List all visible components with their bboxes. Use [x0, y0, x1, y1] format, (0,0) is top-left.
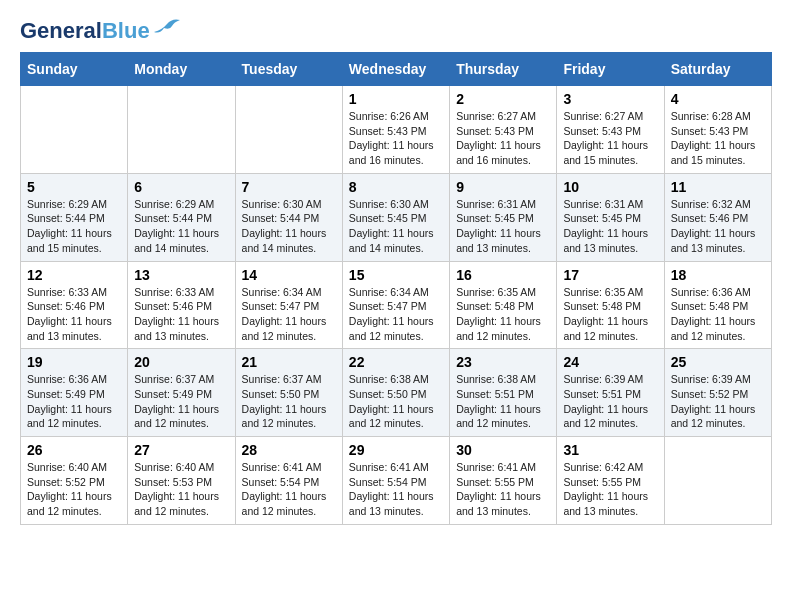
day-info: Sunrise: 6:27 AMSunset: 5:43 PMDaylight:… [456, 110, 541, 166]
calendar-cell: 10Sunrise: 6:31 AMSunset: 5:45 PMDayligh… [557, 173, 664, 261]
day-number: 30 [456, 442, 550, 458]
calendar-cell [128, 86, 235, 174]
day-number: 19 [27, 354, 121, 370]
day-number: 9 [456, 179, 550, 195]
calendar-cell: 16Sunrise: 6:35 AMSunset: 5:48 PMDayligh… [450, 261, 557, 349]
calendar-cell: 21Sunrise: 6:37 AMSunset: 5:50 PMDayligh… [235, 349, 342, 437]
calendar-cell: 14Sunrise: 6:34 AMSunset: 5:47 PMDayligh… [235, 261, 342, 349]
day-info: Sunrise: 6:42 AMSunset: 5:55 PMDaylight:… [563, 461, 648, 517]
day-info: Sunrise: 6:31 AMSunset: 5:45 PMDaylight:… [456, 198, 541, 254]
weekday-header: Monday [128, 53, 235, 86]
day-number: 17 [563, 267, 657, 283]
calendar-cell: 29Sunrise: 6:41 AMSunset: 5:54 PMDayligh… [342, 437, 449, 525]
day-info: Sunrise: 6:41 AMSunset: 5:54 PMDaylight:… [349, 461, 434, 517]
weekday-header-row: SundayMondayTuesdayWednesdayThursdayFrid… [21, 53, 772, 86]
day-number: 24 [563, 354, 657, 370]
day-number: 14 [242, 267, 336, 283]
day-number: 7 [242, 179, 336, 195]
day-number: 1 [349, 91, 443, 107]
day-info: Sunrise: 6:38 AMSunset: 5:50 PMDaylight:… [349, 373, 434, 429]
calendar-row: 12Sunrise: 6:33 AMSunset: 5:46 PMDayligh… [21, 261, 772, 349]
day-info: Sunrise: 6:37 AMSunset: 5:50 PMDaylight:… [242, 373, 327, 429]
day-number: 5 [27, 179, 121, 195]
day-number: 2 [456, 91, 550, 107]
day-info: Sunrise: 6:31 AMSunset: 5:45 PMDaylight:… [563, 198, 648, 254]
day-info: Sunrise: 6:40 AMSunset: 5:52 PMDaylight:… [27, 461, 112, 517]
calendar-cell: 9Sunrise: 6:31 AMSunset: 5:45 PMDaylight… [450, 173, 557, 261]
calendar-cell: 17Sunrise: 6:35 AMSunset: 5:48 PMDayligh… [557, 261, 664, 349]
day-number: 13 [134, 267, 228, 283]
day-number: 18 [671, 267, 765, 283]
calendar-cell: 15Sunrise: 6:34 AMSunset: 5:47 PMDayligh… [342, 261, 449, 349]
weekday-header: Thursday [450, 53, 557, 86]
day-info: Sunrise: 6:28 AMSunset: 5:43 PMDaylight:… [671, 110, 756, 166]
calendar-cell: 22Sunrise: 6:38 AMSunset: 5:50 PMDayligh… [342, 349, 449, 437]
day-info: Sunrise: 6:33 AMSunset: 5:46 PMDaylight:… [27, 286, 112, 342]
day-number: 28 [242, 442, 336, 458]
day-number: 23 [456, 354, 550, 370]
day-info: Sunrise: 6:41 AMSunset: 5:54 PMDaylight:… [242, 461, 327, 517]
weekday-header: Wednesday [342, 53, 449, 86]
calendar-row: 26Sunrise: 6:40 AMSunset: 5:52 PMDayligh… [21, 437, 772, 525]
calendar-cell: 19Sunrise: 6:36 AMSunset: 5:49 PMDayligh… [21, 349, 128, 437]
page-header: GeneralBlue [20, 20, 772, 42]
weekday-header: Tuesday [235, 53, 342, 86]
day-number: 27 [134, 442, 228, 458]
weekday-header: Sunday [21, 53, 128, 86]
logo: GeneralBlue [20, 20, 182, 42]
calendar-cell: 26Sunrise: 6:40 AMSunset: 5:52 PMDayligh… [21, 437, 128, 525]
day-number: 11 [671, 179, 765, 195]
day-info: Sunrise: 6:35 AMSunset: 5:48 PMDaylight:… [456, 286, 541, 342]
calendar-cell [235, 86, 342, 174]
day-number: 3 [563, 91, 657, 107]
day-info: Sunrise: 6:38 AMSunset: 5:51 PMDaylight:… [456, 373, 541, 429]
day-info: Sunrise: 6:34 AMSunset: 5:47 PMDaylight:… [242, 286, 327, 342]
day-number: 20 [134, 354, 228, 370]
calendar-cell: 28Sunrise: 6:41 AMSunset: 5:54 PMDayligh… [235, 437, 342, 525]
day-number: 31 [563, 442, 657, 458]
day-number: 21 [242, 354, 336, 370]
day-info: Sunrise: 6:36 AMSunset: 5:49 PMDaylight:… [27, 373, 112, 429]
day-info: Sunrise: 6:36 AMSunset: 5:48 PMDaylight:… [671, 286, 756, 342]
day-number: 12 [27, 267, 121, 283]
day-number: 22 [349, 354, 443, 370]
logo-bird-icon [152, 16, 182, 38]
day-number: 6 [134, 179, 228, 195]
calendar-cell: 13Sunrise: 6:33 AMSunset: 5:46 PMDayligh… [128, 261, 235, 349]
calendar-cell: 11Sunrise: 6:32 AMSunset: 5:46 PMDayligh… [664, 173, 771, 261]
calendar-cell: 18Sunrise: 6:36 AMSunset: 5:48 PMDayligh… [664, 261, 771, 349]
day-number: 16 [456, 267, 550, 283]
day-number: 26 [27, 442, 121, 458]
day-info: Sunrise: 6:33 AMSunset: 5:46 PMDaylight:… [134, 286, 219, 342]
calendar-cell [664, 437, 771, 525]
day-number: 15 [349, 267, 443, 283]
day-info: Sunrise: 6:26 AMSunset: 5:43 PMDaylight:… [349, 110, 434, 166]
calendar-cell: 20Sunrise: 6:37 AMSunset: 5:49 PMDayligh… [128, 349, 235, 437]
calendar-cell: 6Sunrise: 6:29 AMSunset: 5:44 PMDaylight… [128, 173, 235, 261]
calendar-cell [21, 86, 128, 174]
day-info: Sunrise: 6:37 AMSunset: 5:49 PMDaylight:… [134, 373, 219, 429]
calendar-cell: 24Sunrise: 6:39 AMSunset: 5:51 PMDayligh… [557, 349, 664, 437]
day-number: 29 [349, 442, 443, 458]
day-info: Sunrise: 6:39 AMSunset: 5:52 PMDaylight:… [671, 373, 756, 429]
day-info: Sunrise: 6:41 AMSunset: 5:55 PMDaylight:… [456, 461, 541, 517]
calendar-cell: 8Sunrise: 6:30 AMSunset: 5:45 PMDaylight… [342, 173, 449, 261]
calendar-cell: 31Sunrise: 6:42 AMSunset: 5:55 PMDayligh… [557, 437, 664, 525]
calendar-cell: 2Sunrise: 6:27 AMSunset: 5:43 PMDaylight… [450, 86, 557, 174]
calendar-cell: 1Sunrise: 6:26 AMSunset: 5:43 PMDaylight… [342, 86, 449, 174]
calendar-row: 19Sunrise: 6:36 AMSunset: 5:49 PMDayligh… [21, 349, 772, 437]
calendar-cell: 23Sunrise: 6:38 AMSunset: 5:51 PMDayligh… [450, 349, 557, 437]
day-number: 8 [349, 179, 443, 195]
day-info: Sunrise: 6:27 AMSunset: 5:43 PMDaylight:… [563, 110, 648, 166]
weekday-header: Saturday [664, 53, 771, 86]
calendar-cell: 3Sunrise: 6:27 AMSunset: 5:43 PMDaylight… [557, 86, 664, 174]
calendar-table: SundayMondayTuesdayWednesdayThursdayFrid… [20, 52, 772, 525]
calendar-cell: 4Sunrise: 6:28 AMSunset: 5:43 PMDaylight… [664, 86, 771, 174]
day-number: 10 [563, 179, 657, 195]
day-info: Sunrise: 6:35 AMSunset: 5:48 PMDaylight:… [563, 286, 648, 342]
calendar-cell: 30Sunrise: 6:41 AMSunset: 5:55 PMDayligh… [450, 437, 557, 525]
day-info: Sunrise: 6:30 AMSunset: 5:44 PMDaylight:… [242, 198, 327, 254]
calendar-row: 1Sunrise: 6:26 AMSunset: 5:43 PMDaylight… [21, 86, 772, 174]
day-number: 4 [671, 91, 765, 107]
weekday-header: Friday [557, 53, 664, 86]
